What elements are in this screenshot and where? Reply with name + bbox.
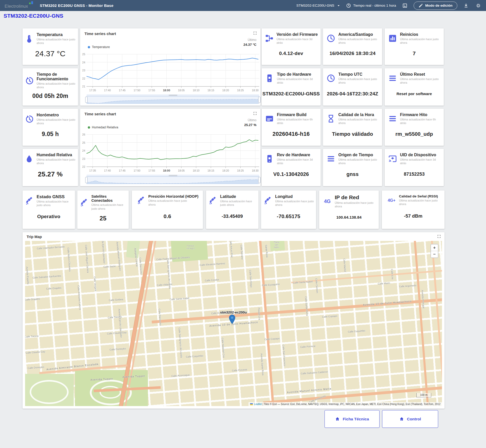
- zoom-out-button[interactable]: −: [431, 251, 438, 257]
- stat-card-tipo-de-hardware: Tipo de Hardware Última actualización ha…: [262, 68, 321, 106]
- stat-card-latitude: Latitude Última actualización hace justo…: [206, 191, 258, 229]
- stat-card-firmware-build: Firmware Build Última actualización hace…: [262, 109, 321, 146]
- stat-title: America/Santiago: [338, 32, 379, 37]
- attribution-text: | Tiles © Esri — Source: Esri, DeLorme, …: [263, 403, 440, 406]
- satellite-icon: [208, 196, 217, 205]
- stat-subtitle: Última actualización hace justo ahora: [400, 37, 440, 45]
- stat-value: 100.64.138.84: [336, 215, 362, 219]
- navigator-scrollbar[interactable]: [87, 94, 259, 96]
- stat-value: rm_w5500_udp: [395, 131, 433, 137]
- map-attribution: Leaflet | Tiles © Esri — Source: Esri, D…: [249, 402, 442, 406]
- stat-value: gnss: [347, 171, 359, 177]
- stat-card-calidad-de-senal-rssi: 4G+ Calidad de Señal (RSSI) Última actua…: [382, 191, 445, 229]
- navigator-handle-left[interactable]: [85, 97, 88, 103]
- stat-title: Último Reset: [400, 72, 440, 77]
- stat-subtitle: Última actualización hace 3d atrás: [277, 158, 317, 165]
- satellite-icon: [79, 198, 89, 207]
- clock-icon: [346, 3, 351, 8]
- chart-canvas: 252423222117:3517:4017:4517:5017:5518:00…: [80, 28, 261, 106]
- stat-card-origen-de-tiempo: Origen de Tiempo Última actualización ha…: [323, 149, 382, 186]
- stat-card-satelites-conectados: Satelites Conectados Última actualizació…: [77, 191, 129, 229]
- firmware-build-icon: [265, 114, 274, 123]
- history-icon: [25, 114, 34, 124]
- stat-value: 20260416-h16: [273, 131, 310, 137]
- download-button[interactable]: [462, 2, 470, 9]
- map-marker-pin[interactable]: [229, 315, 235, 324]
- stat-card-horometro: Horómetro Última actualización hace just…: [23, 109, 78, 146]
- timewindow-button[interactable]: Tiempo real - últimos 1 hora: [346, 3, 396, 8]
- stat-card-firmware-hito: Firmware Hito Última actualización hace …: [385, 109, 444, 146]
- chart-plot[interactable]: [87, 135, 259, 168]
- zoom-in-button[interactable]: +: [431, 244, 438, 251]
- stat-title: Tiempo UTC: [338, 72, 379, 77]
- stat-subtitle: Última actualización hace justo ahora: [37, 158, 76, 165]
- map-park: [126, 241, 140, 258]
- firmware-version-icon: [265, 34, 274, 43]
- stat-subtitle: Última actualización hace justo ahora: [338, 118, 379, 125]
- chart-plot[interactable]: [87, 54, 259, 88]
- stat-card-humedad-relativa: Humedad Relativa Última actualización ha…: [23, 149, 78, 186]
- stat-title: Reinicios: [400, 32, 440, 37]
- stat-subtitle: Última actualización hace justo ahora: [338, 158, 379, 165]
- menu-icon: [326, 154, 336, 163]
- expand-icon[interactable]: [437, 234, 441, 239]
- page-title: STM3202-EC200U-GNS: [4, 13, 63, 19]
- bar-chart-icon: [388, 34, 397, 43]
- menu-icon: [388, 74, 397, 83]
- screenshot-button[interactable]: [401, 2, 408, 9]
- stat-subtitle: Última actualización hace justo ahora: [37, 38, 76, 45]
- stat-title: Estado GNSS: [37, 194, 73, 199]
- stat-subtitle: Última actualización hace 3d atrás: [400, 158, 440, 165]
- navigator-handle-left[interactable]: [85, 177, 88, 183]
- cast-icon: [388, 154, 397, 163]
- stat-subtitle: Última actualización hace 3d atrás: [277, 77, 317, 85]
- stat-card-longitud: Longitud Última actualización hace justo…: [261, 191, 316, 229]
- stat-value: -33.45409: [222, 214, 243, 219]
- hourglass-icon: [326, 114, 336, 123]
- edit-mode-button[interactable]: Modo de edición: [414, 2, 458, 10]
- map-street-label: Parque Almagro: [184, 244, 197, 250]
- stat-subtitle: Última actualización hace 6h atrás: [400, 118, 440, 125]
- stat-card-presicion-horizontal-hdop: Presición Horizontal (HDOP) Última actua…: [132, 191, 203, 229]
- stat-value: V0.1-13042026: [273, 171, 309, 177]
- stat-card-tiempo-utc: Tiempo UTC Última actualización hace jus…: [323, 68, 382, 106]
- navigator-scrollbar[interactable]: [87, 175, 259, 176]
- leaflet-link[interactable]: Leaflet: [254, 403, 262, 406]
- stat-title: Versión del Firmware: [277, 32, 318, 37]
- stat-value: 16/04/2026 18:30:24: [329, 51, 375, 56]
- ficha-tecnica-button[interactable]: Ficha Técnica: [325, 410, 380, 428]
- navigator-handle-right[interactable]: [258, 177, 261, 183]
- map-canvas[interactable]: Calle Libertador BernardoCalle SazieCall…: [25, 241, 442, 406]
- stat-value: -57 dBm: [404, 214, 422, 219]
- stat-subtitle: Última actualización hace justo ahora: [400, 77, 440, 85]
- stat-card-calidad-de-la-hora: Calidad de la Hora Última actualización …: [323, 109, 382, 146]
- navigator-handle-right[interactable]: [258, 97, 261, 103]
- satellite-icon: [25, 196, 34, 205]
- control-button[interactable]: Control: [382, 410, 438, 428]
- timeseries-chart-card-humidity: Time series chart Último 25.27 % Humedad…: [80, 109, 261, 186]
- compress-icon: [476, 3, 481, 8]
- entity-selector[interactable]: STM3202-EC200U-GNS: [296, 3, 341, 8]
- clock-icon: [326, 74, 336, 83]
- stat-subtitle: Última actualización hace 6h atrás: [277, 118, 317, 125]
- exit-fullscreen-button[interactable]: [475, 2, 482, 9]
- map-park-hipico: [25, 374, 74, 406]
- electrolinux-logo: Electrolinux: [4, 2, 35, 9]
- chart-navigator[interactable]: [87, 96, 259, 104]
- stat-title: IP de Red: [335, 194, 375, 200]
- logo-bars-icon: [29, 1, 33, 4]
- stat-card-estado-gnss: Estado GNSS Última actualización hace ju…: [23, 191, 75, 229]
- stat-value: Operativo: [37, 214, 60, 219]
- stat-card-reinicios: Reinicios Última actualización hace just…: [385, 28, 444, 65]
- download-icon: [463, 3, 469, 8]
- stat-subtitle: Última actualización hace justo ahora: [335, 201, 375, 208]
- stat-card-ultimo-reset: Último Reset Última actualización hace j…: [385, 68, 444, 106]
- map-marker-label: stm3202-ec200u: [220, 310, 247, 314]
- chart-navigator[interactable]: [87, 176, 259, 184]
- stat-title: Longitud: [275, 194, 314, 199]
- map-title: Trip Map: [27, 235, 42, 239]
- stat-subtitle: Última actualización hace justo ahora: [91, 203, 127, 210]
- stat-value: 0.6: [164, 213, 171, 219]
- trip-map-card: Trip Map: [23, 232, 445, 409]
- stat-card-uid-de-dispositivo: UID de Dispositivo Última actualización …: [385, 149, 444, 186]
